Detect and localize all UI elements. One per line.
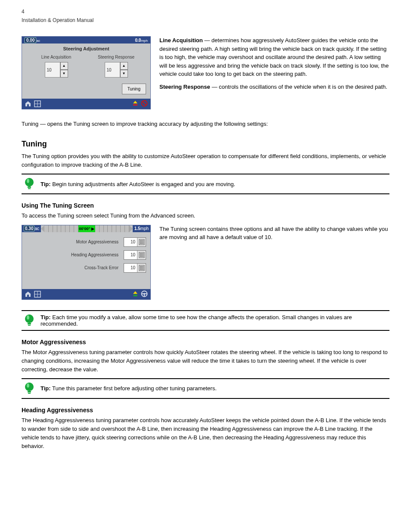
lightbulb-icon [23, 314, 35, 327]
speed-readout: 0.0mph [135, 38, 148, 43]
panel-title: Steering Adjustment [22, 44, 150, 53]
steering-adjustment-panel: 0.00ac 0.0mph Steering Adjustment Line A… [22, 36, 151, 109]
keypad-icon[interactable] [137, 264, 146, 272]
lightbar-scale: 00'00" ▶ [44, 225, 129, 232]
lightbar-center-readout: 00'00" ▶ [78, 225, 95, 232]
motor-aggressiveness-row: Motor Aggressiveness 10 [26, 237, 146, 247]
tuning-heading: Tuning [22, 140, 389, 149]
speed-readout: 1.5mph [133, 225, 150, 232]
svg-rect-19 [141, 243, 142, 244]
svg-rect-23 [141, 253, 142, 254]
motor-aggressiveness-desc: The Motor Aggressiveness tuning paramete… [22, 348, 389, 374]
lightbar-left-arrow-icon [41, 225, 44, 232]
svg-rect-9 [28, 187, 31, 188]
svg-rect-35 [140, 268, 141, 268]
acres-readout: 0.00ac [25, 38, 40, 43]
svg-rect-13 [141, 240, 142, 241]
line-acq-stepper[interactable]: 10 ▲ ▼ [29, 62, 83, 78]
svg-rect-14 [143, 240, 143, 241]
svg-point-8 [27, 179, 29, 183]
home-icon[interactable] [25, 100, 31, 107]
keypad-icon[interactable] [137, 238, 146, 246]
eject-icon[interactable] [132, 291, 138, 298]
lightbulb-icon [23, 177, 35, 191]
lightbulb-icon [23, 382, 35, 395]
svg-rect-33 [141, 266, 142, 267]
svg-rect-40 [143, 269, 143, 270]
svg-rect-16 [141, 242, 142, 243]
svg-marker-44 [133, 291, 137, 294]
steering-disabled-icon[interactable] [141, 100, 148, 108]
steer-resp-desc: Steering Response — controls the oscilla… [159, 83, 389, 91]
motor-aggressiveness-field[interactable]: 10 [124, 237, 146, 247]
heading-aggressiveness-desc: The Heading Aggressiveness tuning parame… [22, 416, 389, 451]
cross-track-error-row: Cross-Track Error 10 [26, 263, 146, 273]
svg-rect-32 [140, 266, 141, 267]
svg-rect-18 [140, 243, 141, 244]
svg-line-6 [142, 101, 146, 106]
line-acq-value: 10 [45, 62, 60, 78]
svg-rect-47 [136, 295, 137, 296]
svg-rect-38 [140, 269, 141, 270]
breadcrumb: Installation & Operation Manual [22, 17, 389, 23]
svg-rect-10 [28, 188, 31, 189]
svg-rect-28 [140, 256, 141, 257]
grid-icon[interactable] [34, 100, 41, 107]
svg-point-53 [27, 315, 29, 320]
tip-box: Tip: Tune this parameter first before ad… [22, 378, 389, 399]
svg-rect-17 [143, 242, 143, 243]
svg-rect-15 [140, 242, 141, 243]
line-acq-down-button[interactable]: ▼ [60, 70, 68, 78]
svg-rect-55 [28, 325, 31, 326]
steering-enabled-icon[interactable] [141, 290, 148, 298]
home-icon[interactable] [25, 291, 31, 298]
steer-resp-up-button[interactable]: ▲ [120, 62, 128, 70]
line-acq-up-button[interactable]: ▲ [60, 62, 68, 70]
grid-icon[interactable] [34, 291, 41, 298]
svg-rect-39 [141, 269, 142, 270]
svg-rect-36 [141, 268, 142, 268]
heading-aggressiveness-row: Heading Aggressiveness 10 [26, 250, 146, 260]
tuning-screen-desc: The Tuning screen contains three options… [159, 225, 389, 242]
svg-rect-12 [140, 240, 141, 241]
svg-rect-27 [143, 255, 143, 255]
svg-point-52 [25, 314, 34, 323]
tuning-panel: 0.30ac 00'00" ▶ 1.5mph Motor Aggressiven… [22, 225, 151, 300]
steer-resp-stepper[interactable]: 10 ▲ ▼ [89, 62, 143, 78]
svg-point-7 [25, 178, 34, 187]
cross-track-error-field[interactable]: 10 [124, 263, 146, 273]
svg-rect-25 [140, 255, 141, 255]
heading-aggressiveness-field[interactable]: 10 [124, 250, 146, 260]
svg-rect-54 [28, 323, 31, 324]
svg-rect-45 [134, 295, 134, 296]
tuning-link-para: Tuning — opens the Tuning screen to impr… [22, 120, 389, 128]
svg-marker-3 [133, 101, 137, 103]
steer-resp-value: 10 [105, 62, 120, 78]
heading-aggressiveness-heading: Heading Aggressiveness [22, 407, 389, 414]
acres-readout: 0.30ac [22, 225, 41, 232]
keypad-icon[interactable] [137, 251, 146, 259]
steer-resp-label: Steering Response [89, 55, 143, 59]
svg-rect-29 [141, 256, 142, 257]
lightbar-right-arrow-icon [129, 225, 133, 232]
page-number: 4 [22, 9, 389, 15]
tuning-button[interactable]: Tuning [122, 84, 146, 94]
tip-box: Tip: Each time you modify a value, allow… [22, 310, 389, 331]
using-tuning-intro: To access the Tuning screen select Tunin… [22, 212, 389, 220]
svg-rect-22 [140, 253, 141, 254]
line-acq-desc: Line Acquisition — determines how aggres… [159, 36, 389, 78]
svg-rect-46 [135, 295, 136, 296]
svg-point-56 [25, 383, 34, 391]
svg-point-57 [27, 383, 29, 388]
eject-icon[interactable] [132, 100, 138, 107]
svg-rect-30 [143, 256, 143, 257]
using-tuning-heading: Using The Tuning Screen [22, 202, 389, 209]
svg-rect-4 [133, 104, 137, 106]
steer-resp-down-button[interactable]: ▼ [120, 70, 128, 78]
line-acq-label: Line Acquisition [29, 55, 83, 59]
svg-rect-58 [28, 391, 31, 392]
svg-rect-20 [143, 243, 143, 244]
tip-box: Tip: Begin tuning adjustments after Auto… [22, 174, 389, 194]
svg-rect-59 [28, 393, 31, 394]
svg-rect-34 [143, 266, 143, 267]
